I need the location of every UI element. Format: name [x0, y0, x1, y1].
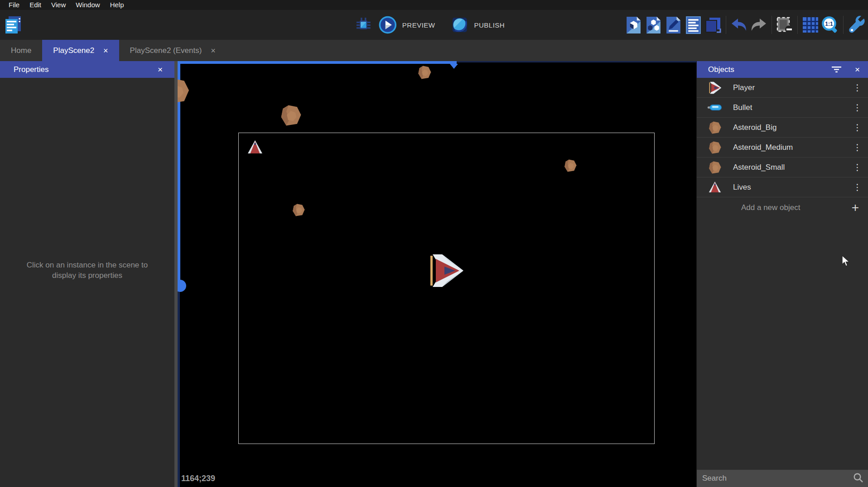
kebab-menu-icon[interactable]: ⋮	[847, 82, 868, 93]
objects-search-bar	[697, 470, 868, 487]
properties-panel: Properties × Click on an instance in the…	[0, 61, 174, 487]
plus-icon[interactable]: +	[852, 201, 859, 214]
publish-button[interactable]: PUBLISH	[474, 21, 505, 29]
object-label: Asteroid_Big	[733, 123, 847, 132]
properties-panel-title: Properties	[14, 65, 158, 74]
objects-panel: Objects × Player⋮Bullet⋮Asteroid_Big⋮Ast…	[696, 61, 868, 487]
instance-asteroid_medium[interactable]	[280, 104, 302, 129]
object-groups-icon[interactable]	[643, 14, 663, 35]
tab-playscene2-events[interactable]: PlayScene2 (Events)×	[119, 40, 227, 61]
toolbar-separator	[772, 16, 772, 34]
debug-bug-icon[interactable]	[353, 14, 373, 35]
close-icon[interactable]: ×	[158, 65, 163, 75]
menu-file[interactable]: File	[4, 0, 24, 10]
menu-bar: FileEditViewWindowHelp	[0, 0, 868, 10]
scene-editor-canvas[interactable]: 1164;239	[178, 61, 696, 487]
scene-window-top-handle[interactable]	[450, 64, 458, 69]
publish-globe-icon[interactable]	[449, 14, 469, 35]
preview-button[interactable]: PREVIEW	[402, 21, 435, 29]
menu-help[interactable]: Help	[105, 0, 129, 10]
tab-playscene2[interactable]: PlayScene2×	[42, 40, 119, 61]
scene-window-left-line-lower	[178, 286, 180, 487]
main-toolbar: PREVIEW PUBLISH 1:1	[0, 10, 868, 40]
menu-edit[interactable]: Edit	[24, 0, 46, 10]
close-icon[interactable]: ×	[855, 65, 860, 75]
object-label: Player	[733, 83, 847, 92]
toolbar-separator	[726, 16, 726, 34]
zoom-1-1-icon[interactable]: 1:1	[820, 14, 840, 35]
tab-label: Home	[11, 46, 31, 55]
toolbar-separator	[843, 16, 844, 34]
kebab-menu-icon[interactable]: ⋮	[847, 162, 868, 172]
kebab-menu-icon[interactable]: ⋮	[847, 102, 868, 113]
properties-panel-header: Properties ×	[0, 61, 174, 78]
project-manager-icon[interactable]	[4, 15, 22, 35]
scene-window-top-line	[178, 61, 457, 64]
instance-asteroid_medium[interactable]	[417, 65, 432, 81]
object-row-player[interactable]: Player⋮	[697, 78, 868, 98]
tab-label: PlayScene2	[53, 46, 94, 55]
panel-divider[interactable]	[174, 61, 178, 487]
menu-view[interactable]: View	[46, 0, 71, 10]
cursor-coordinates: 1164;239	[181, 474, 215, 483]
kebab-menu-icon[interactable]: ⋮	[847, 122, 868, 133]
instance-asteroid_small[interactable]	[564, 159, 577, 174]
layers-editor-icon[interactable]	[703, 14, 723, 35]
player-ship-icon	[697, 81, 733, 94]
object-row-asteroid_big[interactable]: Asteroid_Big⋮	[697, 118, 868, 138]
undo-icon[interactable]	[729, 14, 749, 35]
instances-list-icon[interactable]	[683, 14, 703, 35]
kebab-menu-icon[interactable]: ⋮	[847, 182, 868, 192]
properties-empty-message: Click on an instance in the scene to dis…	[17, 260, 158, 281]
asteroid-icon	[697, 121, 733, 134]
instance-player[interactable]	[427, 253, 464, 290]
close-icon[interactable]: ×	[103, 47, 108, 55]
lives-ship-icon	[697, 181, 733, 193]
instance-asteroid_big[interactable]	[178, 77, 190, 106]
tab-home[interactable]: Home	[0, 40, 42, 61]
kebab-menu-icon[interactable]: ⋮	[847, 142, 868, 153]
object-row-asteroid_small[interactable]: Asteroid_Small⋮	[697, 158, 868, 177]
object-row-bullet[interactable]: Bullet⋮	[697, 98, 868, 118]
objects-panel-header: Objects ×	[697, 61, 868, 78]
menu-window[interactable]: Window	[71, 0, 105, 10]
instance-asteroid_small[interactable]	[292, 203, 305, 219]
objects-panel-title: Objects	[708, 65, 818, 74]
object-row-asteroid_medium[interactable]: Asteroid_Medium⋮	[697, 138, 868, 158]
properties-editor-icon[interactable]	[663, 14, 683, 35]
scene-window-left-handle[interactable]	[178, 280, 186, 292]
instance-lives[interactable]	[247, 140, 263, 156]
add-object-row[interactable]: Add a new object +	[697, 197, 868, 218]
toolbar-separator	[797, 16, 798, 34]
filter-icon[interactable]	[832, 66, 841, 73]
object-label: Asteroid_Small	[733, 163, 847, 172]
mouse-cursor	[841, 255, 851, 269]
object-label: Lives	[733, 183, 847, 192]
preview-play-icon[interactable]	[378, 14, 398, 35]
bullet-icon	[697, 104, 733, 111]
search-icon	[853, 473, 863, 485]
settings-wrench-icon[interactable]	[846, 14, 866, 35]
object-row-lives[interactable]: Lives⋮	[697, 177, 868, 197]
asteroid-icon	[697, 161, 733, 174]
toolbar-right-icons: 1:1	[623, 14, 868, 35]
search-input[interactable]	[702, 474, 853, 483]
redo-icon[interactable]	[749, 14, 769, 35]
tab-label: PlayScene2 (Events)	[130, 46, 202, 55]
svg-text:1:1: 1:1	[825, 21, 833, 27]
delete-selection-icon[interactable]	[775, 14, 795, 35]
asteroid-icon	[697, 141, 733, 154]
object-label: Asteroid_Medium	[733, 143, 847, 152]
editor-tab-bar: HomePlayScene2×PlayScene2 (Events)×	[0, 40, 868, 61]
add-object-label: Add a new object	[741, 203, 852, 212]
objects-editor-icon[interactable]	[623, 14, 643, 35]
grid-icon[interactable]	[800, 14, 820, 35]
close-icon[interactable]: ×	[211, 47, 216, 55]
object-label: Bullet	[733, 103, 847, 112]
